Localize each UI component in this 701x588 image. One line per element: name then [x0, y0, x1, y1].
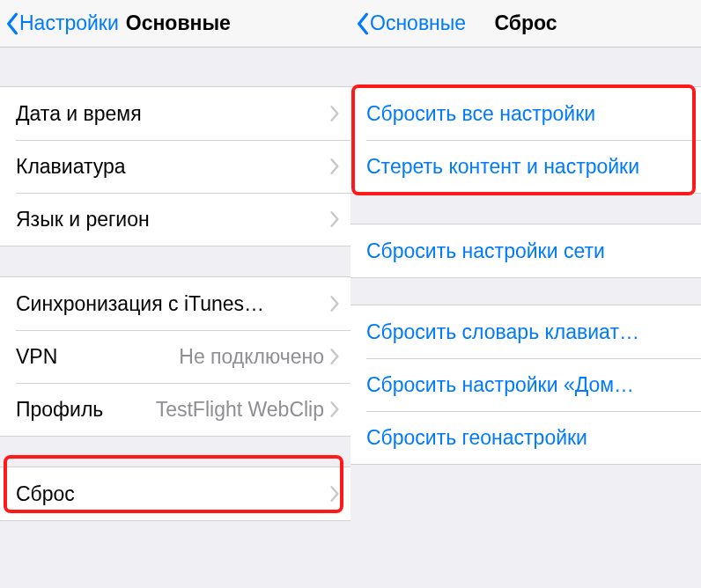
reset-group-2: Сбросить настройки сети	[350, 224, 701, 278]
row-date-time[interactable]: Дата и время	[0, 87, 350, 140]
reset-group-3: Сбросить словарь клавиат… Сбросить настр…	[350, 305, 701, 465]
chevron-left-icon	[356, 12, 370, 35]
spacer	[0, 246, 350, 276]
right-pane: Основные Сброс Сбросить все настройки Ст…	[350, 0, 701, 588]
row-label: VPN	[16, 345, 57, 369]
row-label: Сбросить настройки сети	[366, 239, 690, 263]
back-label: Настройки	[19, 11, 119, 35]
reset-all-settings[interactable]: Сбросить все настройки	[350, 87, 701, 140]
right-nav-title: Сброс	[494, 11, 557, 35]
reset-network-settings[interactable]: Сбросить настройки сети	[350, 224, 701, 277]
list-group-reset: Сброс	[0, 467, 350, 521]
row-label: Профиль	[16, 398, 103, 422]
row-label: Сбросить все настройки	[366, 102, 690, 126]
row-label: Стереть контент и настройки	[366, 155, 690, 179]
left-nav-title: Основные	[126, 11, 231, 35]
row-language-region[interactable]: Язык и регион	[0, 193, 350, 246]
chevron-right-icon	[329, 105, 340, 122]
spacer	[0, 437, 350, 467]
back-label: Основные	[370, 11, 466, 35]
row-itunes-sync[interactable]: Синхронизация с iTunes…	[0, 277, 350, 330]
row-vpn[interactable]: VPN Не подключено	[0, 330, 350, 383]
row-label: Дата и время	[16, 102, 142, 126]
reset-location-privacy[interactable]: Сбросить геонастройки	[350, 411, 701, 464]
right-nav-bar: Основные Сброс	[350, 0, 701, 48]
left-nav-bar: Настройки Основные	[0, 0, 350, 48]
chevron-right-icon	[329, 485, 340, 503]
back-button-general[interactable]: Основные	[350, 11, 466, 35]
row-label: Сбросить геонастройки	[366, 426, 690, 450]
row-keyboard[interactable]: Клавиатура	[0, 140, 350, 193]
chevron-right-icon	[329, 295, 340, 312]
spacer	[350, 194, 701, 224]
row-label: Язык и регион	[16, 208, 150, 232]
back-button-settings[interactable]: Настройки	[0, 11, 119, 35]
spacer	[350, 48, 701, 86]
erase-content-settings[interactable]: Стереть контент и настройки	[350, 140, 701, 193]
row-profile[interactable]: Профиль TestFlight WebClip	[0, 383, 350, 436]
row-reset[interactable]: Сброс	[0, 467, 350, 520]
reset-home-layout[interactable]: Сбросить настройки «Дом…	[350, 358, 701, 411]
list-group-sync: Синхронизация с iTunes… VPN Не подключен…	[0, 276, 350, 437]
list-group-general: Дата и время Клавиатура Язык и регион	[0, 86, 350, 246]
row-label: Синхронизация с iTunes…	[16, 292, 264, 316]
row-value: Не подключено	[57, 345, 329, 369]
row-label: Сбросить словарь клавиат…	[366, 320, 690, 344]
chevron-right-icon	[329, 401, 340, 418]
row-label: Клавиатура	[16, 155, 126, 179]
row-label: Сбросить настройки «Дом…	[366, 373, 690, 397]
reset-keyboard-dictionary[interactable]: Сбросить словарь клавиат…	[350, 305, 701, 358]
spacer	[0, 48, 350, 86]
spacer	[350, 278, 701, 305]
chevron-right-icon	[329, 158, 340, 175]
chevron-left-icon	[5, 12, 19, 35]
chevron-right-icon	[329, 348, 340, 365]
chevron-right-icon	[329, 210, 340, 228]
reset-group-1: Сбросить все настройки Стереть контент и…	[350, 86, 701, 194]
left-pane: Настройки Основные Дата и время Клавиату…	[0, 0, 350, 588]
row-value: TestFlight WebClip	[103, 398, 329, 422]
row-label: Сброс	[16, 482, 75, 506]
